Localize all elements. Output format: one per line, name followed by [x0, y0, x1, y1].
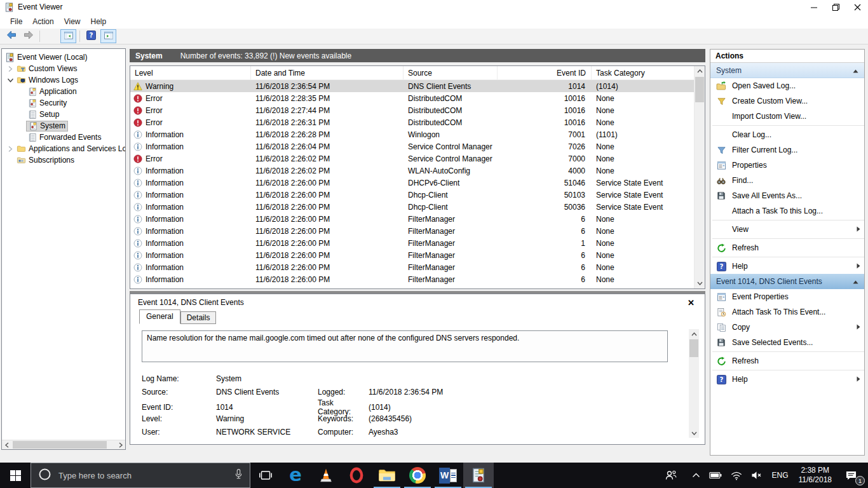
tab-details[interactable]: Details — [180, 311, 217, 324]
expand-arrow-icon[interactable] — [6, 65, 15, 72]
menu-view[interactable]: View — [59, 15, 86, 28]
close-button[interactable] — [846, 0, 868, 14]
detail-vertical-scrollbar[interactable] — [689, 329, 699, 438]
help-button[interactable]: ? — [83, 29, 99, 43]
taskbar-app-opera[interactable] — [341, 463, 372, 488]
action-event-properties[interactable]: Event Properties — [710, 289, 864, 304]
event-row[interactable]: Information 11/6/2018 2:26:02 PM WLAN-Au… — [130, 165, 694, 177]
wifi-icon[interactable] — [726, 463, 747, 488]
action-refresh[interactable]: Refresh — [710, 240, 864, 255]
event-row[interactable]: Information 11/6/2018 2:26:00 PM Dhcp-Cl… — [130, 201, 694, 213]
tree-item-applications-and-services-lo[interactable]: Applications and Services Lo — [2, 143, 125, 154]
action-attach-a-task-to-this-log[interactable]: Attach a Task To this Log... — [710, 203, 864, 219]
restore-button[interactable] — [825, 0, 846, 14]
actions-section-system[interactable]: System — [710, 63, 864, 78]
events-vertical-scrollbar[interactable] — [694, 66, 705, 288]
tree-item-forwarded-events[interactable]: Forwarded Events — [2, 132, 125, 143]
event-row[interactable]: Error 11/6/2018 2:26:02 PM Service Contr… — [130, 152, 694, 165]
menu-action[interactable]: Action — [27, 15, 58, 28]
taskbar-app-vlc[interactable] — [311, 463, 341, 488]
action-center-button[interactable]: 1 — [837, 463, 865, 488]
microphone-icon[interactable] — [234, 468, 243, 482]
taskbar-app-edge[interactable]: e — [280, 463, 311, 488]
action-find[interactable]: Find... — [710, 173, 864, 188]
action-save-selected-events[interactable]: Save Selected Events... — [710, 335, 864, 350]
tree-item-event-viewer-local[interactable]: Event Viewer (Local) — [2, 51, 125, 63]
collapse-arrow-icon[interactable] — [6, 77, 15, 84]
column-header-event-id[interactable]: Event ID — [498, 66, 592, 80]
action-clear-log[interactable]: Clear Log... — [710, 127, 864, 142]
event-row[interactable]: Error 11/6/2018 2:28:35 PM DistributedCO… — [130, 92, 694, 104]
action-create-custom-view[interactable]: Create Custom View... — [710, 93, 864, 109]
action-import-custom-view[interactable]: Import Custom View... — [710, 109, 864, 124]
action-properties[interactable]: Properties — [710, 158, 864, 173]
event-row[interactable]: Information 11/6/2018 2:26:00 PM FilterM… — [130, 237, 694, 249]
back-arrow-button[interactable] — [3, 29, 19, 43]
menu-file[interactable]: File — [5, 15, 27, 28]
tab-general[interactable]: General — [139, 309, 180, 324]
show-console-tree-button[interactable] — [60, 29, 76, 43]
event-row[interactable]: Information 11/6/2018 2:26:00 PM FilterM… — [130, 213, 694, 225]
tree-item-system[interactable]: System — [2, 120, 125, 132]
scroll-up-icon[interactable] — [689, 329, 699, 339]
scroll-down-icon[interactable] — [695, 278, 705, 288]
scroll-left-icon[interactable] — [2, 440, 11, 449]
collapse-section-icon[interactable] — [853, 66, 858, 75]
minimize-button[interactable] — [803, 0, 825, 14]
language-indicator[interactable]: ENG — [767, 463, 792, 488]
event-row[interactable]: Information 11/6/2018 2:26:04 PM Service… — [130, 140, 694, 152]
event-row[interactable]: Error 11/6/2018 2:26:31 PM DistributedCO… — [130, 116, 694, 128]
action-attach-task-to-this-event[interactable]: Attach Task To This Event... — [710, 304, 864, 320]
action-view[interactable]: View — [710, 222, 864, 237]
scrollbar-thumb[interactable] — [689, 339, 698, 357]
event-row[interactable]: Information 11/6/2018 2:26:28 PM Winlogo… — [130, 128, 694, 140]
action-filter-current-log[interactable]: Filter Current Log... — [710, 142, 864, 158]
task-view-button[interactable] — [250, 463, 280, 488]
clock[interactable]: 2:38 PM 11/6/2018 — [793, 463, 838, 488]
column-header-task-category[interactable]: Task Category — [592, 66, 705, 80]
open-saved-log-button[interactable] — [43, 29, 59, 43]
event-row[interactable]: Error 11/6/2018 2:27:44 PM DistributedCO… — [130, 104, 694, 116]
action-copy[interactable]: Copy — [710, 320, 864, 335]
action-help[interactable]: ? Help — [710, 372, 864, 387]
taskbar-app-word[interactable]: W — [433, 463, 463, 488]
column-header-level[interactable]: Level — [130, 66, 251, 80]
forward-arrow-button[interactable] — [20, 29, 36, 43]
scrollbar-thumb[interactable] — [13, 441, 107, 449]
event-row[interactable]: Information 11/6/2018 2:26:00 PM DHCPv6-… — [130, 177, 694, 189]
tree-item-subscriptions[interactable]: Subscriptions — [2, 154, 125, 166]
volume-muted-icon[interactable] — [747, 463, 767, 488]
tree-item-setup[interactable]: Setup — [2, 109, 125, 120]
people-icon[interactable] — [660, 463, 688, 488]
scrollbar-thumb[interactable] — [695, 77, 704, 102]
battery-icon[interactable] — [705, 463, 726, 488]
expand-arrow-icon[interactable] — [6, 146, 15, 152]
start-button[interactable] — [0, 463, 31, 488]
taskbar-app-event-viewer[interactable] — [463, 463, 494, 488]
column-header-date[interactable]: Date and Time — [251, 66, 403, 80]
taskbar-app-chrome[interactable] — [402, 463, 433, 488]
taskbar-app-file-explorer[interactable] — [372, 463, 402, 488]
scroll-down-icon[interactable] — [689, 428, 699, 438]
event-row[interactable]: Information 11/6/2018 2:26:00 PM FilterM… — [130, 225, 694, 237]
tree-horizontal-scrollbar[interactable] — [2, 440, 125, 449]
event-row[interactable]: Information 11/6/2018 2:26:00 PM FilterM… — [130, 249, 694, 261]
tree-item-security[interactable]: Security — [2, 97, 125, 109]
event-row[interactable]: Information 11/6/2018 2:26:00 PM Dhcp-Cl… — [130, 189, 694, 201]
scroll-up-icon[interactable] — [695, 66, 705, 76]
action-save-all-events-as[interactable]: Save All Events As... — [710, 188, 864, 203]
event-row[interactable]: Warning 11/6/2018 2:36:54 PM DNS Client … — [130, 80, 694, 92]
search-input[interactable]: Type here to search — [31, 463, 250, 488]
action-help[interactable]: ? Help — [710, 259, 864, 274]
scroll-right-icon[interactable] — [116, 440, 125, 449]
tray-chevron-up-icon[interactable] — [688, 463, 705, 488]
tree-item-custom-views[interactable]: Custom Views — [2, 63, 125, 74]
column-header-source[interactable]: Source — [403, 66, 498, 80]
tree-item-application[interactable]: Application — [2, 86, 125, 97]
action-open-saved-log[interactable]: Open Saved Log... — [710, 78, 864, 93]
tree-item-windows-logs[interactable]: Windows Logs — [2, 74, 125, 86]
event-row[interactable]: Information 11/6/2018 2:26:00 PM FilterM… — [130, 273, 694, 285]
actions-section-event-1014-dns-client-events[interactable]: Event 1014, DNS Client Events — [710, 274, 864, 289]
action-refresh[interactable]: Refresh — [710, 353, 864, 369]
event-row[interactable]: Information 11/6/2018 2:26:00 PM FilterM… — [130, 261, 694, 273]
